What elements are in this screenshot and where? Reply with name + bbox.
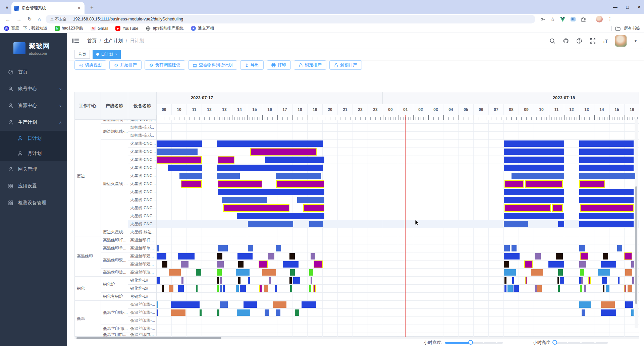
sidebar-item-app-settings[interactable]: 应用设置	[0, 178, 67, 194]
gantt-bar[interactable]	[200, 309, 201, 316]
gantt-bar[interactable]	[290, 285, 292, 292]
gantt-bar[interactable]	[283, 261, 299, 268]
gantt-bar[interactable]	[181, 180, 202, 188]
gantt-bar[interactable]	[580, 285, 582, 292]
gantt-bar[interactable]	[504, 165, 564, 171]
url-field[interactable]: ⚠不安全 192.168.80.15:1111/business-module-…	[46, 15, 535, 23]
gantt-bar[interactable]	[603, 285, 604, 292]
gantt-bar[interactable]	[535, 285, 536, 292]
gantt-bar[interactable]	[181, 277, 183, 284]
gantt-bar[interactable]	[303, 204, 324, 212]
gantt-bar[interactable]	[618, 277, 620, 284]
gantt-bar[interactable]	[560, 277, 565, 284]
device-name-cell[interactable]: 火星线-CNC...	[128, 148, 156, 156]
user-avatar[interactable]	[615, 35, 627, 47]
gantt-bar[interactable]	[507, 285, 513, 292]
back-button[interactable]: ←	[5, 16, 10, 22]
gantt-bar[interactable]	[302, 301, 316, 308]
all-bookmarks-label[interactable]: 所有书签	[624, 25, 640, 31]
gantt-bar[interactable]	[579, 277, 581, 284]
gantt-bar[interactable]	[579, 301, 591, 308]
gantt-bar[interactable]	[269, 277, 271, 284]
device-name-cell[interactable]: 高温丝印双...	[128, 252, 156, 261]
gantt-bar[interactable]	[275, 285, 277, 292]
device-name-cell[interactable]: 火星线-CNC...	[128, 220, 156, 228]
sidebar-item-monthly-plan[interactable]: 月计划	[0, 146, 67, 161]
gantt-row[interactable]	[157, 277, 639, 285]
gantt-bar[interactable]	[223, 285, 225, 292]
gantt-bar[interactable]	[558, 221, 564, 227]
gantt-bar[interactable]	[237, 213, 324, 219]
gantt-row[interactable]	[157, 140, 639, 148]
switch-view-button[interactable]: ◎切换视图	[74, 60, 106, 70]
gantt-bar[interactable]	[248, 277, 250, 284]
gantt-bar[interactable]	[601, 309, 616, 316]
gantt-bar[interactable]	[579, 197, 634, 203]
device-name-cell[interactable]: 低温丝印线-...	[128, 317, 156, 325]
gantt-bar[interactable]	[504, 261, 509, 268]
gantt-row[interactable]	[157, 124, 639, 132]
bookmark-gmail[interactable]: MGmail	[91, 26, 108, 31]
gantt-row[interactable]	[157, 293, 639, 301]
gantt-bar[interactable]	[504, 180, 523, 188]
gantt-bar[interactable]	[601, 261, 616, 268]
gantt-row[interactable]	[157, 156, 639, 164]
device-name-cell[interactable]: 钢化炉-1#	[128, 277, 156, 285]
gantt-bar[interactable]	[217, 277, 219, 284]
gantt-bar[interactable]	[558, 269, 563, 276]
gantt-bar[interactable]	[237, 253, 253, 260]
gantt-bar[interactable]	[504, 197, 564, 203]
bookmark-star-icon[interactable]: ☆	[550, 16, 555, 22]
export-button[interactable]: ↥导出	[240, 60, 264, 70]
tag-daily-plan[interactable]: 日计划×	[93, 50, 121, 59]
home-button[interactable]: ⌂	[38, 16, 41, 22]
gantt-bar[interactable]	[504, 269, 516, 276]
gantt-bar[interactable]	[169, 269, 181, 276]
gantt-bar[interactable]	[218, 189, 324, 195]
hour-height-slider-thumb[interactable]	[552, 340, 557, 345]
gantt-bar[interactable]	[218, 180, 262, 188]
gantt-bar[interactable]	[525, 180, 563, 188]
gantt-row[interactable]	[157, 236, 639, 244]
hour-height-slider[interactable]	[555, 342, 608, 344]
gantt-bar[interactable]	[259, 285, 262, 292]
gantt-bar[interactable]	[504, 245, 510, 251]
tag-close-icon[interactable]: ×	[115, 52, 117, 56]
gantt-timeline[interactable]: 2023-07-17 2023-07-18 091011121314151617…	[157, 92, 639, 337]
avatar-caret-icon[interactable]: ▼	[634, 39, 637, 43]
gantt-bar[interactable]	[588, 277, 591, 284]
gantt-row[interactable]	[157, 325, 639, 333]
gantt-bar[interactable]	[632, 277, 634, 284]
search-icon[interactable]	[549, 38, 555, 44]
gantt-bar[interactable]	[624, 285, 626, 292]
gantt-bar[interactable]	[244, 301, 257, 308]
gantt-bar[interactable]	[220, 301, 228, 308]
gantt-bar[interactable]	[311, 253, 315, 260]
gantt-row[interactable]	[157, 228, 639, 236]
device-name-cell[interactable]: 高温丝印双...	[128, 261, 156, 269]
gantt-bar[interactable]	[276, 180, 324, 188]
gantt-bar[interactable]	[557, 277, 559, 284]
device-name-cell[interactable]: 低温丝印线-...	[128, 309, 156, 317]
gantt-bar[interactable]	[552, 204, 563, 212]
gantt-bar[interactable]	[579, 221, 634, 227]
device-name-cell[interactable]: 火星线-CNC...	[128, 140, 156, 148]
extensions-puzzle-icon[interactable]	[581, 16, 586, 22]
gantt-bar[interactable]	[157, 140, 202, 147]
gantt-bar[interactable]	[168, 165, 202, 171]
device-name-cell[interactable]: 烟机线-车花..	[128, 132, 156, 140]
sidebar-item-account-center[interactable]: 账号中心 ∨	[0, 80, 67, 97]
gantt-bar[interactable]	[178, 253, 195, 260]
gantt-bar[interactable]	[606, 285, 609, 292]
vertical-scrollbar-thumb[interactable]	[635, 186, 637, 304]
gantt-bar[interactable]	[264, 285, 268, 292]
gantt-row[interactable]	[157, 252, 639, 261]
gantt-bar[interactable]	[262, 269, 276, 276]
browser-tab[interactable]: 后台管理系统 ×	[11, 2, 85, 14]
vue-devtools-icon[interactable]	[560, 17, 566, 22]
tag-home[interactable]: 首页	[74, 50, 90, 59]
sidebar-item-device-inspection[interactable]: 检测设备管理	[0, 194, 67, 211]
gantt-bar[interactable]	[582, 309, 585, 316]
gantt-bar[interactable]	[580, 204, 634, 212]
gantt-bar[interactable]	[181, 261, 189, 268]
